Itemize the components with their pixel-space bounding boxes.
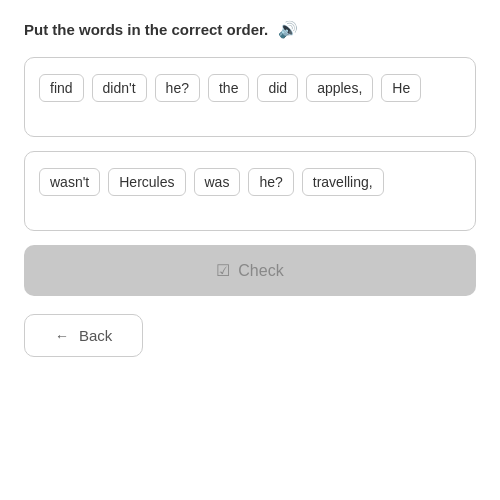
sentence-box-2: wasn't Hercules was he? travelling, bbox=[24, 151, 476, 231]
back-button[interactable]: ← Back bbox=[24, 314, 143, 357]
check-button[interactable]: ☑ Check bbox=[24, 245, 476, 296]
word-tile[interactable]: find bbox=[39, 74, 84, 102]
instruction-row: Put the words in the correct order. 🔊 bbox=[24, 20, 476, 39]
sentence-box-1: find didn't he? the did apples, He bbox=[24, 57, 476, 137]
word-tile[interactable]: apples, bbox=[306, 74, 373, 102]
word-tile[interactable]: did bbox=[257, 74, 298, 102]
arrow-left-icon: ← bbox=[55, 328, 69, 344]
checkmark-icon: ☑ bbox=[216, 261, 230, 280]
word-tile[interactable]: wasn't bbox=[39, 168, 100, 196]
word-tile[interactable]: travelling, bbox=[302, 168, 384, 196]
speaker-icon[interactable]: 🔊 bbox=[278, 20, 298, 39]
word-tile[interactable]: didn't bbox=[92, 74, 147, 102]
word-tile[interactable]: he? bbox=[248, 168, 293, 196]
word-tile[interactable]: the bbox=[208, 74, 249, 102]
word-tile[interactable]: Hercules bbox=[108, 168, 185, 196]
back-label: Back bbox=[79, 327, 112, 344]
word-tile[interactable]: was bbox=[194, 168, 241, 196]
check-label: Check bbox=[238, 262, 283, 280]
instruction-text: Put the words in the correct order. bbox=[24, 21, 268, 38]
word-tile[interactable]: He bbox=[381, 74, 421, 102]
word-tile[interactable]: he? bbox=[155, 74, 200, 102]
